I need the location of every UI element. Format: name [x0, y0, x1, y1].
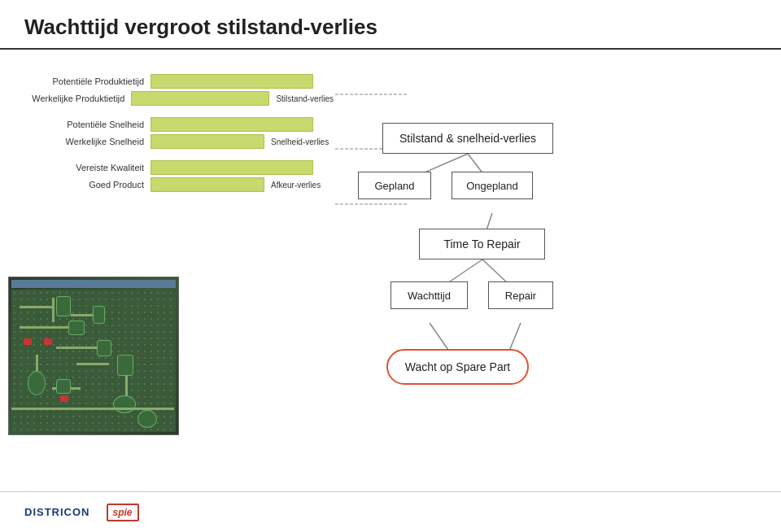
vessel	[56, 379, 71, 394]
bar-row-werkelijke-snelheid: Werkelijke Snelheid Snelheid-verlies	[24, 134, 334, 149]
scr-content	[11, 290, 176, 432]
bar-row-goed-product: Goed Product Afkeur-verlies	[24, 177, 334, 192]
bar-row-werkelijke-produktietijd: Werkelijke Produktietijd Stilstand-verli…	[24, 91, 334, 106]
bar-label: Werkelijke Produktietijd	[24, 94, 131, 103]
box-repair: Repair	[488, 281, 553, 309]
bar-group-produktietijd: Potentiële Produktietijd Werkelijke Prod…	[24, 74, 334, 106]
bar-vereiste-kwaliteit	[151, 160, 313, 175]
bar-label: Vereiste Kwaliteit	[24, 163, 151, 172]
ttr-label: Time To Repair	[443, 238, 520, 251]
red-box	[60, 395, 68, 402]
box-gepland: Gepland	[358, 172, 431, 199]
bar-label: Werkelijke Snelheid	[24, 137, 151, 146]
bar-outer	[151, 160, 313, 175]
pipe	[20, 326, 68, 329]
bar-tag-afkeur: Afkeur-verlies	[271, 181, 321, 190]
vessel	[93, 306, 105, 324]
wachttijd-label: Wachttijd	[408, 290, 451, 302]
bar-werkelijke-snelheid	[151, 134, 264, 149]
ongepland-label: Ongepland	[466, 180, 518, 192]
page: Wachttijd vergroot stilstand-verlies Pot…	[0, 0, 781, 532]
bar-row-potentiele-produktietijd: Potentiële Produktietijd	[24, 74, 334, 89]
bar-outer: Snelheid-verlies	[151, 134, 329, 149]
bar-label: Potentiële Produktietijd	[24, 76, 151, 86]
bar-outer: Afkeur-verlies	[151, 177, 321, 192]
bar-potentiele-produktietijd	[151, 74, 313, 89]
bar-row-vereiste-kwaliteit: Vereiste Kwaliteit	[24, 160, 334, 175]
vessel	[68, 321, 85, 335]
footer: DISTRICON spie	[0, 491, 781, 532]
pipe	[71, 314, 95, 316]
bar-goed-product	[151, 177, 264, 192]
box-ongepland: Ongepland	[452, 172, 533, 199]
bar-potentiele-snelheid	[151, 117, 313, 132]
bar-label: Goed Product	[24, 180, 151, 190]
box-wacht-op-spare-part: Wacht op Spare Part	[386, 349, 529, 385]
bar-outer: Stilstand-verlies	[131, 91, 334, 106]
pipe	[76, 363, 109, 365]
logo-districon: DISTRICON	[24, 506, 90, 518]
vessel	[113, 395, 136, 413]
vessel	[56, 296, 71, 316]
spare-label: Wacht op Spare Part	[405, 360, 510, 373]
bar-werkelijke-produktietijd	[131, 91, 269, 106]
screenshot-image	[8, 277, 179, 435]
page-title: Wachttijd vergroot stilstand-verlies	[24, 15, 757, 40]
pipe	[56, 347, 97, 349]
red-box	[44, 338, 52, 345]
box-stilstand: Stilstand & snelheid-verlies	[382, 123, 553, 154]
bar-tag-stilstand: Stilstand-verlies	[276, 94, 334, 103]
repair-label: Repair	[505, 290, 536, 302]
stilstand-label: Stilstand & snelheid-verlies	[399, 132, 536, 145]
vessel	[28, 371, 46, 395]
right-column: Stilstand & snelheid-verlies Gepland Ong…	[334, 66, 757, 468]
scr-dots	[11, 290, 176, 432]
box-time-to-repair: Time To Repair	[419, 229, 545, 259]
header: Wachttijd vergroot stilstand-verlies	[0, 0, 781, 50]
scr-topbar	[11, 280, 176, 288]
bar-label: Potentiële Snelheid	[24, 120, 151, 129]
gepland-label: Gepland	[374, 180, 414, 192]
pipe	[20, 306, 52, 308]
pipe	[52, 298, 55, 322]
red-box	[24, 338, 32, 345]
bar-outer	[151, 117, 313, 132]
vessel	[97, 340, 111, 356]
box-wachttijd: Wachttijd	[390, 281, 468, 309]
screenshot-inner	[9, 277, 178, 434]
bar-row-potentiele-snelheid: Potentiële Snelheid	[24, 117, 334, 132]
bar-group-snelheid: Potentiële Snelheid Werkelijke Snelheid …	[24, 117, 334, 149]
bar-group-kwaliteit: Vereiste Kwaliteit Goed Product Afkeur-v…	[24, 160, 334, 192]
bar-outer	[151, 74, 313, 89]
main-content: Potentiële Produktietijd Werkelijke Prod…	[0, 50, 781, 476]
left-column: Potentiële Produktietijd Werkelijke Prod…	[24, 66, 334, 468]
logo-spie: spie	[107, 504, 139, 521]
vessel	[117, 355, 133, 376]
bar-tag-snelheid: Snelheid-verlies	[271, 137, 329, 146]
vessel	[137, 410, 157, 428]
